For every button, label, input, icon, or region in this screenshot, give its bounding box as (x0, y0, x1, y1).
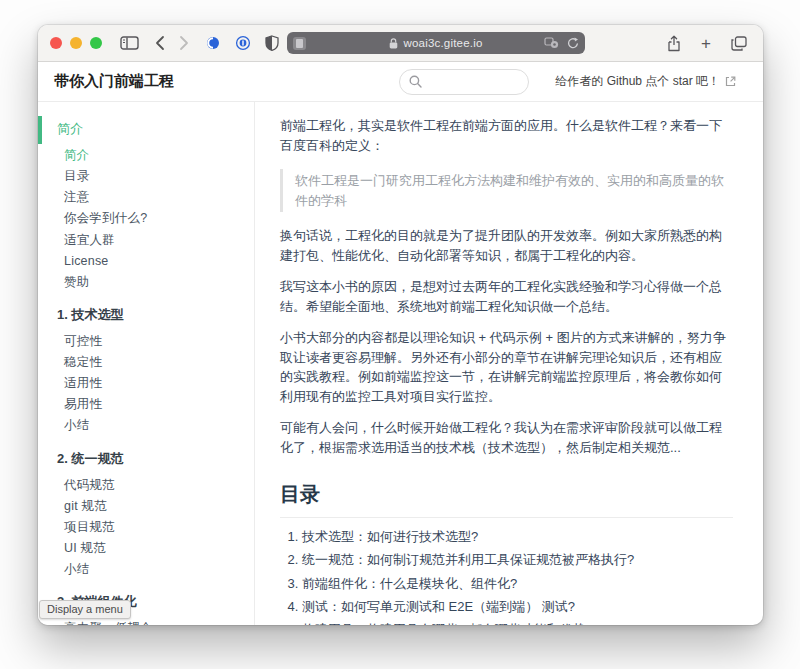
sidebar-nav: 简介 简介 目录 注意 你会学到什么? 适宜人群 License 赞助 1. 技… (38, 102, 255, 625)
paragraph: 我写这本小书的原因，是想对过去两年的工程化实践经验和学习心得做一个总结。希望能全… (280, 277, 733, 316)
main-content: 前端工程化，其实是软件工程在前端方面的应用。什么是软件工程？来看一下百度百科的定… (255, 102, 763, 625)
browser-window: woai3c.gitee.io + 带你入门前端工程 给作者的 Github 点… (38, 25, 763, 625)
toc-heading: 目录 (280, 479, 733, 518)
display-menu-tooltip: Display a menu (39, 600, 131, 619)
paragraph: 前端工程化，其实是软件工程在前端方面的应用。什么是软件工程？来看一下百度百科的定… (280, 116, 733, 155)
definition-quote: 软件工程是一门研究用工程化方法构建和维护有效的、实用的和高质量的软件的学科 (280, 169, 733, 212)
site-title: 带你入门前端工程 (54, 72, 174, 91)
close-window-button[interactable] (50, 37, 62, 49)
extension-1-icon[interactable] (205, 31, 221, 55)
browser-toolbar: woai3c.gitee.io + (38, 25, 763, 62)
traffic-lights (50, 37, 102, 49)
lock-icon (389, 38, 398, 49)
sidebar-item-license[interactable]: License (38, 252, 254, 271)
toc-item: 构建工具：构建工具有哪些? 都有哪些功能和优势? (302, 621, 733, 625)
search-icon (409, 75, 422, 88)
site-header: 带你入门前端工程 给作者的 Github 点个 star 吧！ (38, 62, 763, 102)
toc-item: 前端组件化：什么是模块化、组件化? (302, 575, 733, 594)
sidebar-item-ui-spec[interactable]: UI 规范 (38, 539, 254, 558)
sidebar-item-code-spec[interactable]: 代码规范 (38, 476, 254, 495)
toc-item: 统一规范：如何制订规范并利用工具保证规范被严格执行? (302, 551, 733, 570)
sidebar-section-intro[interactable]: 简介 (38, 116, 254, 144)
sidebar-item-stability[interactable]: 稳定性 (38, 353, 254, 372)
sidebar-item-applicability[interactable]: 适用性 (38, 374, 254, 393)
toc-item: 技术选型：如何进行技术选型? (302, 528, 733, 547)
sidebar-item-notice[interactable]: 注意 (38, 188, 254, 207)
address-bar[interactable]: woai3c.gitee.io (287, 32, 585, 54)
sidebar-toggle-icon[interactable] (120, 31, 139, 55)
sidebar-item-toc[interactable]: 目录 (38, 167, 254, 186)
paragraph: 小书大部分的内容都是以理论知识 + 代码示例 + 图片的方式来讲解的，努力争取让… (280, 328, 733, 406)
sidebar-item-summary-1[interactable]: 小结 (38, 416, 254, 435)
privacy-report-icon[interactable] (544, 37, 559, 49)
share-icon[interactable] (667, 31, 681, 55)
sidebar-section-tech-selection[interactable]: 1. 技术选型 (38, 302, 254, 330)
github-star-link-label: 给作者的 Github 点个 star 吧！ (555, 73, 720, 90)
search-input[interactable] (428, 75, 518, 89)
sidebar-item-summary-2[interactable]: 小结 (38, 560, 254, 579)
toc-list: 技术选型：如何进行技术选型? 统一规范：如何制订规范并利用工具保证规范被严格执行… (302, 528, 733, 625)
sidebar-item-audience[interactable]: 适宜人群 (38, 231, 254, 250)
sidebar-item-cohesion-coupling[interactable]: 高内聚，低耦合 (38, 619, 254, 625)
sidebar-section-unified-spec[interactable]: 2. 统一规范 (38, 446, 254, 474)
urlbar-extension-badge-icon[interactable] (293, 37, 306, 50)
external-link-icon (725, 76, 736, 87)
reload-icon[interactable] (567, 37, 579, 50)
github-star-link[interactable]: 给作者的 Github 点个 star 吧！ (555, 73, 736, 90)
paragraph: 可能有人会问，什么时候开始做工程化？我认为在需求评审阶段就可以做工程化了，根据需… (280, 418, 733, 457)
search-box[interactable] (399, 69, 529, 95)
sidebar-item-sponsor[interactable]: 赞助 (38, 273, 254, 292)
paragraph: 换句话说，工程化的目的就是为了提升团队的开发效率。例如大家所熟悉的构建打包、性能… (280, 226, 733, 265)
back-button[interactable] (155, 31, 165, 55)
sidebar-item-controllability[interactable]: 可控性 (38, 332, 254, 351)
forward-button[interactable] (179, 31, 189, 55)
new-tab-button[interactable]: + (701, 31, 711, 55)
zoom-window-button[interactable] (90, 37, 102, 49)
tab-overview-icon[interactable] (731, 31, 747, 55)
sidebar-item-project-spec[interactable]: 项目规范 (38, 518, 254, 537)
url-text: woai3c.gitee.io (403, 37, 482, 49)
sidebar-item-usability[interactable]: 易用性 (38, 395, 254, 414)
minimize-window-button[interactable] (70, 37, 82, 49)
sidebar-item-what-learn[interactable]: 你会学到什么? (38, 209, 254, 228)
toc-item: 测试：如何写单元测试和 E2E（端到端） 测试? (302, 598, 733, 617)
extension-2-icon[interactable] (235, 31, 251, 55)
extension-shield-icon[interactable] (265, 31, 279, 55)
sidebar-item-intro[interactable]: 简介 (38, 146, 254, 165)
sidebar-item-git-spec[interactable]: git 规范 (38, 497, 254, 516)
